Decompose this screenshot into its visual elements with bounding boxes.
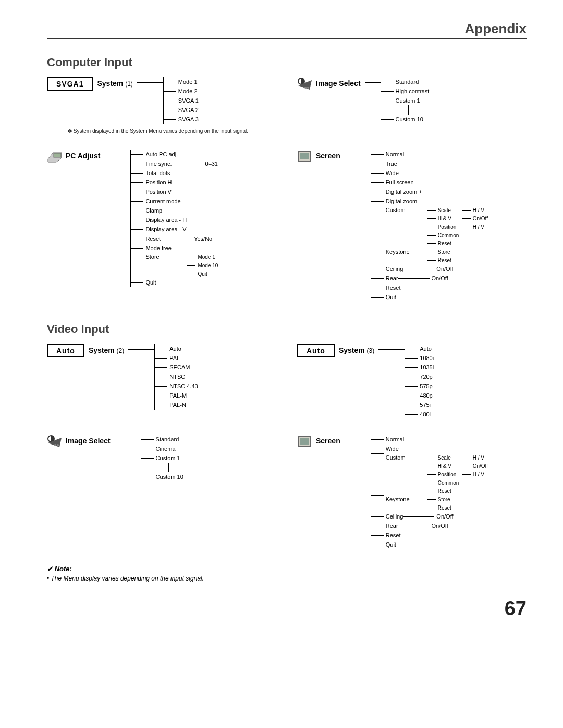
svg-point-2 [307,87,309,89]
tree-sub-item: Quit [187,269,218,278]
tree-item: CustomScaleH / VH & VOn/OffPositionH / V… [371,206,488,248]
page-number: 67 [47,598,527,620]
auto-box-1: Auto [47,344,84,357]
image-select-title: Image Select [316,77,361,88]
tree-item: Standard [141,435,183,444]
tree-item: Full screen [371,178,488,187]
tree-sub-item: Common [427,231,488,239]
tree-item: Custom 10 [381,115,430,124]
tree-item: SVGA 3 [164,115,199,124]
tree-item: Quit [131,278,218,287]
tree-item: KeystoneStoreReset [371,495,488,512]
note-block: ✔ Note: • The Menu display varies depend… [47,565,527,582]
tree-item: High contrast [381,87,430,96]
page-header: Appendix [47,21,527,39]
svga1-box: SVGA1 [47,77,93,91]
tree-item: Current mode [131,196,218,206]
tree-item: PAL-M [155,391,198,400]
pc-adjust-icon [47,150,63,163]
tree-item: PAL [155,353,198,363]
tree-item: Reset [371,530,488,540]
tree-item: 480i [405,410,434,419]
image-select-title-2: Image Select [66,435,111,445]
tree-item: Digital zoom + [371,187,488,196]
tree-item: RearOn/Off [371,521,488,530]
tree-item: PAL-N [155,400,198,410]
tree-item: 720p [405,372,434,381]
tree-item: Position H [131,178,218,187]
tree-item: Custom 1 [381,96,430,105]
tree-sub-item: H & VOn/Off [427,462,488,470]
tree-item: 575i [405,400,434,410]
tree-item: RearOn/Off [371,274,488,283]
screen-title-2: Screen [316,435,340,445]
tree-item: Position V [131,187,218,196]
screen-icon [297,150,313,163]
tree-item: Reset [371,283,488,292]
tree-item: 575p [405,381,434,391]
image-select-icon [297,77,313,91]
tree-item: Wide [371,168,488,178]
tree-item: Quit [371,540,488,549]
tree-item: Normal [371,435,488,444]
tree-item: Auto [155,344,198,353]
tree-sub-item: H & VOn/Off [427,214,488,223]
tree-item: KeystoneStoreReset [371,248,488,264]
tree-sub-item: PositionH / V [427,223,488,231]
system-footnote: ✽ System displayed in the System Menu va… [68,128,276,134]
tree-item: Display area - V [131,225,218,234]
tree-item: Cinema [141,444,183,453]
tree-item: Digital zoom - [371,196,488,206]
tree-item: Auto PC adj. [131,150,218,159]
tree-sub-item: Common [427,478,488,487]
tree-item: Custom 10 [141,472,183,482]
tree-item: SVGA 2 [164,105,199,115]
tree-item: Total dots [131,168,218,178]
tree-item: True [371,159,488,168]
system2-title: System (2) [89,344,124,354]
image-select-icon-2 [47,435,63,448]
auto-box-2: Auto [297,344,335,357]
tree-item: CustomScaleH / VH & VOn/OffPositionH / V… [371,453,488,495]
tree-item: Standard [381,77,430,87]
tree-item: Mode 2 [164,87,199,96]
system3-title: System (3) [339,344,374,354]
tree-sub-item: Mode 1 [187,253,218,261]
tree-sub-item: Store [427,495,451,503]
tree-item: 1035i [405,363,434,372]
tree-item: CeilingOn/Off [371,264,488,274]
note-body: • The Menu display varies depending on t… [47,575,527,582]
tree-sub-item: ScaleH / V [427,206,488,214]
tree-sub-item: Reset [427,256,451,264]
system1-title: System (1) [97,77,132,88]
tree-sub-item: PositionH / V [427,470,488,478]
tree-item: NTSC [155,372,198,381]
section-computer-input: Computer Input [47,56,527,69]
tree-sub-item: ScaleH / V [427,453,488,462]
section-video-input: Video Input [47,323,527,336]
tree-item: Display area - H [131,215,218,225]
screen-icon-2 [297,435,313,448]
tree-item: SVGA 1 [164,96,199,105]
tree-sub-item: Mode 10 [187,261,218,269]
tree-sub-item: Reset [427,239,488,248]
tree-item: Normal [371,150,488,159]
tree-sub-item: Reset [427,487,488,495]
svg-rect-10 [300,438,309,445]
svg-rect-5 [300,153,309,159]
tree-item: 480p [405,391,434,400]
tree-item: Fine sync.0–31 [131,159,218,168]
pc-adjust-title: PC Adjust [66,150,100,160]
tree-item: ResetYes/No [131,234,218,243]
tree-item: Quit [371,292,488,302]
screen-title: Screen [316,150,340,160]
svg-rect-3 [54,153,61,157]
tree-sub-item: Store [427,248,451,256]
tree-item: StoreMode 1Mode 10Quit [131,253,218,278]
tree-item: SECAM [155,363,198,372]
tree-item: CeilingOn/Off [371,512,488,521]
tree-item: Mode free [131,243,218,253]
tree-item: NTSC 4.43 [155,381,198,391]
tree-item: Custom 1 [141,453,183,463]
note-title: Note: [55,565,72,573]
